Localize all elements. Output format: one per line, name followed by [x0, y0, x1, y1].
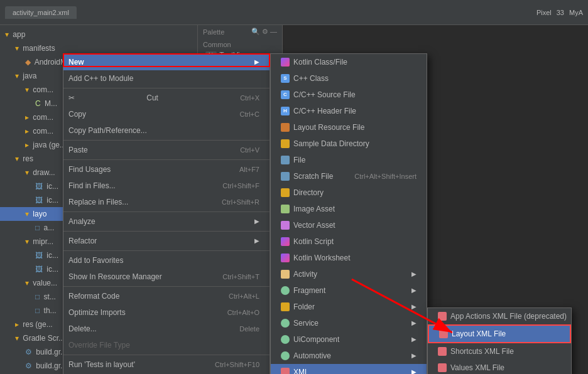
service-arrow: ▶	[411, 318, 416, 329]
submenu-item-label: Kotlin Class/File	[293, 56, 347, 68]
menu-item-find-usages[interactable]: Find Usages Alt+F7	[63, 161, 270, 178]
menu-item-paste[interactable]: Paste Ctrl+V	[63, 142, 270, 158]
tree-item-label: ic...	[46, 182, 58, 191]
submenu-item-label: Kotlin Script	[293, 236, 334, 247]
pixel-label: Pixel	[536, 9, 552, 16]
toolbar-tab[interactable]: activity_main2.xml	[5, 6, 77, 19]
menu-shortcut: Ctrl+Shift+F	[222, 180, 259, 191]
menu-item-label: Replace in Files...	[68, 196, 128, 208]
submenu-item-cpp-source[interactable]: C C/C++ Source File	[271, 87, 427, 103]
submenu-item-label: Layout XML File	[452, 328, 506, 339]
xml-icon	[281, 368, 290, 374]
submenu-item-fragment[interactable]: Fragment ▶	[271, 282, 427, 299]
tree-item-label: com...	[33, 127, 53, 136]
submenu-item-layout-resource[interactable]: Layout Resource File	[271, 119, 427, 136]
submenu-item-kotlin-class[interactable]: Kotlin Class/File	[271, 54, 427, 70]
submenu-new[interactable]: Kotlin Class/File S C++ Class C C/C++ So…	[270, 53, 427, 374]
menu-item-find-files[interactable]: Find in Files... Ctrl+Shift+F	[63, 178, 270, 194]
submenu-item-label: C/C++ Header File	[293, 105, 356, 117]
automotive-icon	[281, 351, 290, 360]
submenu-item-label: UiComponent	[293, 334, 339, 345]
menu-item-optimize[interactable]: Optimize Imports Ctrl+Alt+O	[63, 304, 270, 321]
menu-item-delete[interactable]: Delete... Delete	[63, 321, 270, 337]
tree-item-label: manifests	[23, 44, 55, 53]
menu-item-refactor[interactable]: Refactor ▶	[63, 233, 270, 249]
separator-1	[63, 88, 270, 88]
menu-shortcut: Ctrl+C	[240, 109, 259, 120]
folder-arrow: ▶	[411, 301, 416, 313]
submenu-item-kotlin-script[interactable]: Kotlin Script	[271, 233, 427, 250]
palette-section: Common	[203, 40, 277, 50]
menu-item-label: Find in Files...	[68, 180, 116, 191]
separator-7	[63, 286, 270, 287]
menu-item-reformat[interactable]: Reformat Code Ctrl+Alt+L	[63, 288, 270, 304]
submenu-item-app-actions[interactable]: App Actions XML File (deprecated)	[428, 308, 571, 324]
menu-item-run-tests[interactable]: Run 'Tests in layout' Ctrl+Shift+F10	[63, 356, 270, 373]
menu-item-new[interactable]: New ▶	[63, 54, 270, 70]
menu-shortcut: Alt+F7	[239, 164, 259, 175]
menu-item-label: Refactor	[68, 235, 97, 247]
submenu-item-label: Service	[293, 318, 318, 329]
submenu-item-cpp-class[interactable]: S C++ Class	[271, 70, 427, 87]
menu-item-label: Override File Type	[68, 339, 130, 351]
menu-shortcut: Delete	[239, 323, 259, 334]
submenu-item-activity[interactable]: Activity ▶	[271, 266, 427, 282]
menu-item-show-resource[interactable]: Show In Resource Manager Ctrl+Shift+T	[63, 269, 270, 285]
my-label: MyA	[569, 9, 583, 16]
separator-6	[63, 250, 270, 251]
tree-item-label: st...	[44, 292, 56, 301]
tree-item-label: layo	[33, 210, 46, 218]
activity-arrow: ▶	[411, 269, 416, 280]
submenu-item-label: C/C++ Source File	[293, 89, 356, 100]
submenu-item-shortcuts-xml[interactable]: Shortcuts XML File	[428, 343, 571, 360]
submenu-item-automotive[interactable]: Automotive ▶	[271, 348, 427, 364]
submenu-item-scratch[interactable]: Scratch File Ctrl+Alt+Shift+Insert	[271, 168, 427, 184]
submenu-item-label: Vector Asset	[293, 220, 335, 231]
tree-item-label: res (ge...	[23, 320, 52, 329]
menu-item-label: Add C++ to Module	[68, 73, 133, 84]
palette-title: Palette	[203, 28, 224, 36]
submenu-xml[interactable]: App Actions XML File (deprecated) Layout…	[427, 307, 572, 374]
submenu-item-layout-xml[interactable]: Layout XML File	[428, 324, 571, 343]
submenu-item-sample-data[interactable]: Sample Data Directory	[271, 136, 427, 152]
submenu-item-file[interactable]: File	[271, 152, 427, 168]
submenu-item-cpp-header[interactable]: H C/C++ Header File	[271, 103, 427, 119]
submenu-item-label: File	[293, 154, 305, 166]
tree-item-label: java (ge...	[33, 141, 66, 149]
submenu-item-label: Sample Data Directory	[293, 138, 369, 149]
submenu-item-vector-asset[interactable]: Vector Asset	[271, 217, 427, 233]
submenu-item-label: XML	[293, 366, 309, 374]
submenu-item-folder[interactable]: Folder ▶	[271, 299, 427, 315]
uicomponent-arrow: ▶	[411, 334, 416, 345]
menu-item-add-cpp[interactable]: Add C++ to Module	[63, 70, 270, 87]
kotlin-script-icon	[281, 237, 290, 246]
submenu-item-directory[interactable]: Directory	[271, 184, 427, 201]
app-actions-icon	[438, 312, 447, 321]
tree-item-label: a...	[44, 223, 55, 232]
menu-item-copy-path[interactable]: Copy Path/Reference...	[63, 122, 270, 139]
tree-item-label: Gradle Scr...	[23, 334, 65, 343]
fragment-icon	[281, 286, 290, 295]
menu-item-add-favorites[interactable]: Add to Favorites	[63, 252, 270, 269]
submenu-item-image-asset[interactable]: Image Asset	[271, 201, 427, 217]
values-xml-icon	[438, 363, 447, 372]
separator-2	[63, 140, 270, 141]
layout-resource-icon	[281, 123, 290, 132]
submenu-item-kotlin-worksheet[interactable]: Kotlin Worksheet	[271, 250, 427, 266]
folder-icon	[281, 302, 290, 311]
menu-item-cut[interactable]: ✂ Cut Ctrl+X	[63, 90, 270, 106]
submenu-item-label: Folder	[293, 301, 315, 313]
menu-item-override-type[interactable]: Override File Type	[63, 337, 270, 353]
submenu-item-values-xml[interactable]: Values XML File	[428, 360, 571, 374]
menu-item-analyze[interactable]: Analyze ▶	[63, 213, 270, 230]
tree-item-app[interactable]: ▾ app	[0, 28, 197, 41]
submenu-item-xml[interactable]: XML ▶	[271, 364, 427, 374]
menu-item-copy[interactable]: Copy Ctrl+C	[63, 106, 270, 122]
submenu-item-label: Layout Resource File	[293, 122, 364, 133]
context-menu[interactable]: New ▶ Add C++ to Module ✂ Cut Ctrl+X Cop…	[63, 53, 270, 374]
menu-refactor-arrow: ▶	[254, 235, 259, 247]
submenu-item-label: C++ Class	[293, 73, 329, 84]
submenu-item-service[interactable]: Service ▶	[271, 315, 427, 331]
submenu-item-uicomponent[interactable]: UiComponent ▶	[271, 331, 427, 348]
menu-item-replace-files[interactable]: Replace in Files... Ctrl+Shift+R	[63, 194, 270, 210]
